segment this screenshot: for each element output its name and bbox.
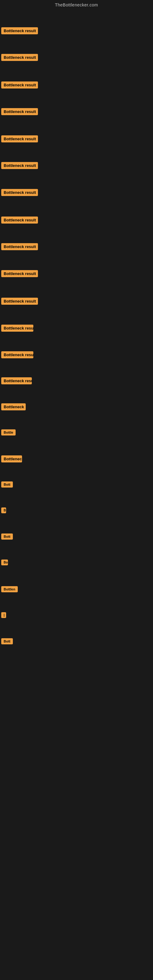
results-container: Bottleneck resultBottleneck resultBottle… xyxy=(0,10,153,980)
bottleneck-badge-12: Bottleneck resu xyxy=(1,325,33,332)
result-item-10: Bottleneck result xyxy=(1,270,38,278)
bottleneck-badge-2: Bottleneck result xyxy=(1,54,38,61)
result-item-15: Bottleneck xyxy=(1,403,26,412)
bottleneck-badge-24: Bott xyxy=(1,638,13,644)
result-item-20: Bott xyxy=(1,533,13,541)
bottleneck-badge-19: B xyxy=(1,508,6,513)
bottleneck-badge-23: | xyxy=(1,612,6,618)
result-item-1: Bottleneck result xyxy=(1,27,38,35)
bottleneck-badge-4: Bottleneck result xyxy=(1,108,38,115)
result-item-13: Bottleneck resu xyxy=(1,351,33,360)
result-item-6: Bottleneck result xyxy=(1,162,38,170)
bottleneck-badge-22: Bottlen xyxy=(1,586,18,592)
bottleneck-badge-18: Bott xyxy=(1,481,13,488)
site-title: TheBottlenecker.com xyxy=(0,0,153,10)
bottleneck-badge-9: Bottleneck result xyxy=(1,243,38,250)
result-item-8: Bottleneck result xyxy=(1,216,38,225)
bottleneck-badge-11: Bottleneck result xyxy=(1,298,38,305)
result-item-23: | xyxy=(1,612,6,619)
result-item-22: Bottlen xyxy=(1,586,18,593)
result-item-17: Bottlenec xyxy=(1,455,22,464)
bottleneck-badge-6: Bottleneck result xyxy=(1,162,38,169)
result-item-21: Bo xyxy=(1,560,8,566)
bottleneck-badge-21: Bo xyxy=(1,560,8,565)
bottleneck-badge-7: Bottleneck result xyxy=(1,189,38,196)
result-item-18: Bott xyxy=(1,481,13,489)
bottleneck-badge-5: Bottleneck result xyxy=(1,135,38,142)
bottleneck-badge-13: Bottleneck resu xyxy=(1,351,33,358)
result-item-3: Bottleneck result xyxy=(1,81,38,90)
bottleneck-badge-16: Bottle xyxy=(1,430,16,436)
result-item-5: Bottleneck result xyxy=(1,135,38,144)
bottleneck-badge-1: Bottleneck result xyxy=(1,27,38,34)
site-title-bar: TheBottlenecker.com xyxy=(0,0,153,10)
bottleneck-badge-10: Bottleneck result xyxy=(1,270,38,277)
result-item-19: B xyxy=(1,508,6,514)
result-item-24: Bott xyxy=(1,638,13,646)
result-item-4: Bottleneck result xyxy=(1,108,38,116)
bottleneck-badge-15: Bottleneck xyxy=(1,403,26,410)
result-item-12: Bottleneck resu xyxy=(1,325,33,333)
result-item-14: Bottleneck resu xyxy=(1,377,32,385)
bottleneck-badge-17: Bottlenec xyxy=(1,455,22,463)
result-item-9: Bottleneck result xyxy=(1,243,38,251)
bottleneck-badge-3: Bottleneck result xyxy=(1,81,38,89)
result-item-2: Bottleneck result xyxy=(1,54,38,62)
bottleneck-badge-14: Bottleneck resu xyxy=(1,377,32,384)
result-item-7: Bottleneck result xyxy=(1,189,38,197)
bottleneck-badge-20: Bott xyxy=(1,533,13,539)
result-item-11: Bottleneck result xyxy=(1,298,38,306)
bottleneck-badge-8: Bottleneck result xyxy=(1,216,38,224)
result-item-16: Bottle xyxy=(1,430,16,437)
